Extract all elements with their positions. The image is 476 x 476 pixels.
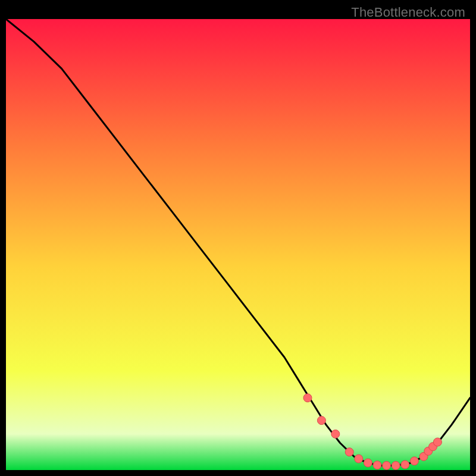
chart-frame: TheBottleneck.com xyxy=(6,6,470,470)
plot-area xyxy=(6,19,470,470)
marker-point xyxy=(383,461,391,469)
watermark-text: TheBottleneck.com xyxy=(351,5,465,20)
marker-point xyxy=(331,430,340,438)
marker-point xyxy=(401,461,409,469)
marker-point xyxy=(373,461,381,469)
marker-point xyxy=(317,416,325,425)
marker-point xyxy=(433,438,441,446)
marker-point xyxy=(364,459,372,467)
marker-point xyxy=(345,448,353,456)
marker-point xyxy=(303,394,312,402)
bottleneck-chart xyxy=(6,19,470,470)
marker-point xyxy=(410,457,418,465)
marker-point xyxy=(392,461,400,469)
marker-point xyxy=(355,455,363,463)
